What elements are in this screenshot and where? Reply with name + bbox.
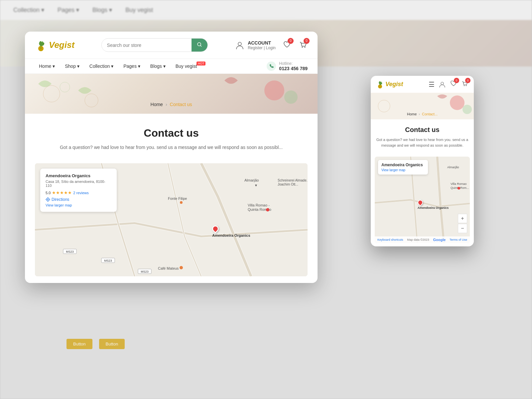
svg-text:Almarjão: Almarjão bbox=[447, 166, 459, 169]
map-container: MS23 MS23 MS23 Almarjão ▼ Fonte Filipe V… bbox=[35, 163, 308, 276]
pin-label: Amendoeira Organics bbox=[212, 233, 250, 237]
login-link[interactable]: Login bbox=[266, 46, 276, 50]
map-address: Casa 18, Sítio da amendoeira, 8100-110 bbox=[46, 180, 111, 188]
svg-point-7 bbox=[60, 82, 70, 92]
breadcrumb-separator: › bbox=[166, 102, 167, 107]
logo-icon bbox=[35, 39, 47, 51]
hot-badge: HOT bbox=[197, 62, 205, 66]
mobile-pin-dot bbox=[416, 199, 424, 206]
svg-point-2 bbox=[238, 42, 241, 46]
nav-item-home[interactable]: Home ▾ bbox=[35, 59, 59, 73]
search-button[interactable] bbox=[192, 39, 207, 52]
wishlist-icon-area[interactable]: 0 bbox=[282, 40, 292, 51]
mobile-map-controls: + − bbox=[458, 214, 467, 233]
account-icon bbox=[234, 40, 245, 51]
directions-label: Directions bbox=[52, 197, 69, 202]
mobile-account-icon[interactable] bbox=[439, 81, 446, 88]
bg-nav-collection: Collection ▾ bbox=[13, 6, 44, 14]
cart-badge: 0 bbox=[304, 38, 310, 44]
modal-header: Vegist ACCOUNT Register bbox=[25, 32, 318, 59]
header-right: ACCOUNT Register | Login 0 bbox=[234, 40, 308, 51]
modal-nav: Home ▾ Shop ▾ Collection ▾ Pages ▾ Blogs… bbox=[25, 59, 318, 74]
mobile-map-card: Amendoeira Organics View larger map bbox=[378, 160, 428, 175]
nav-item-buyvegist[interactable]: Buy vegist HOT bbox=[172, 59, 205, 73]
nav-item-pages[interactable]: Pages ▾ bbox=[119, 59, 144, 73]
nav-item-collection[interactable]: Collection ▾ bbox=[85, 59, 117, 73]
mobile-cart-area[interactable]: 0 bbox=[461, 80, 468, 89]
map-info-card: Amendoeira Organics Casa 18, Sítio da am… bbox=[40, 169, 117, 212]
svg-point-24 bbox=[266, 208, 269, 211]
svg-text:Café Mateus: Café Mateus bbox=[158, 266, 179, 270]
mobile-contact-content: Contact us Got a question? we had love t… bbox=[371, 119, 474, 153]
svg-point-35 bbox=[450, 95, 465, 110]
map-business-name: Amendoeira Organics bbox=[46, 173, 111, 178]
terms-of-use[interactable]: Terms of Use bbox=[450, 238, 467, 241]
svg-text:▼: ▼ bbox=[254, 184, 258, 187]
mobile-view-larger[interactable]: View larger map bbox=[381, 168, 425, 172]
logo-text: Vegist bbox=[49, 40, 74, 50]
svg-point-32 bbox=[466, 85, 466, 86]
mobile-breadcrumb-sep: › bbox=[419, 112, 420, 116]
hotline-label: Hotline: bbox=[279, 61, 308, 66]
logo[interactable]: Vegist bbox=[35, 39, 74, 51]
svg-point-31 bbox=[464, 85, 465, 86]
mobile-map-business: Amendoeira Organics bbox=[381, 163, 425, 167]
svg-point-4 bbox=[304, 47, 305, 48]
directions-button[interactable]: Directions bbox=[46, 197, 111, 202]
rating-score: 5.0 bbox=[46, 191, 51, 195]
contact-desc: Got a question? we had love to hear from… bbox=[55, 145, 288, 150]
contact-title: Contact us bbox=[35, 127, 308, 139]
keyboard-shortcuts[interactable]: Keyboard shortcuts bbox=[377, 238, 403, 241]
main-map-pin: Amendoeira Organics bbox=[212, 225, 250, 237]
register-link[interactable]: Register bbox=[248, 46, 263, 50]
account-text: ACCOUNT Register | Login bbox=[248, 40, 276, 50]
svg-text:Villa Romao: Villa Romao bbox=[451, 182, 466, 186]
wishlist-badge: 0 bbox=[288, 38, 294, 44]
bg-btn-1: Button bbox=[66, 339, 92, 349]
rating-stars: ★★★★★ bbox=[52, 190, 72, 195]
breadcrumb: Home › Contact us bbox=[151, 102, 192, 107]
nav-items: Home ▾ Shop ▾ Collection ▾ Pages ▾ Blogs… bbox=[35, 59, 205, 73]
mobile-menu-icon[interactable]: ☰ bbox=[429, 80, 435, 88]
svg-point-21 bbox=[180, 201, 183, 204]
account-area[interactable]: ACCOUNT Register | Login bbox=[234, 40, 276, 51]
svg-point-28 bbox=[180, 266, 183, 269]
mobile-breadcrumb-current: Contact... bbox=[422, 112, 438, 116]
cart-icon-area[interactable]: 0 bbox=[298, 40, 308, 51]
map-rating: 5.0 ★★★★★ 2 reviews bbox=[46, 190, 111, 195]
nav-item-blogs[interactable]: Blogs ▾ bbox=[146, 59, 170, 73]
mobile-map-container: Almarjão Villa Romao Quinta Rom... Amend… bbox=[375, 157, 470, 243]
mobile-wishlist-area[interactable]: 0 bbox=[450, 80, 457, 89]
bg-nav: Collection ▾ Pages ▾ Blogs ▾ Buy vegist bbox=[0, 0, 532, 20]
mobile-zoom-out[interactable]: − bbox=[458, 224, 467, 233]
nav-item-shop[interactable]: Shop ▾ bbox=[61, 59, 83, 73]
mobile-contact-desc: Got a question? we had love to hear from… bbox=[376, 137, 468, 148]
view-larger-link[interactable]: View larger map bbox=[46, 203, 111, 207]
mobile-contact-title: Contact us bbox=[376, 126, 468, 134]
hotline-area: Hotline: 0123 456 789 bbox=[266, 61, 308, 71]
hotline-text: Hotline: 0123 456 789 bbox=[279, 61, 308, 71]
mobile-wishlist-badge: 0 bbox=[454, 78, 459, 83]
svg-point-36 bbox=[463, 105, 472, 114]
directions-icon bbox=[46, 197, 50, 202]
contact-content: Contact us Got a question? we had love t… bbox=[25, 114, 318, 157]
modal-hero: Home › Contact us bbox=[25, 74, 318, 114]
breadcrumb-current: Contact us bbox=[170, 102, 192, 107]
mobile-breadcrumb: Home › Contact... bbox=[407, 112, 438, 116]
bg-buttons: Button Button bbox=[66, 339, 125, 349]
desktop-modal: Vegist ACCOUNT Register bbox=[25, 32, 318, 283]
mobile-logo[interactable]: Vegist bbox=[376, 80, 403, 88]
svg-point-9 bbox=[264, 80, 284, 100]
breadcrumb-home[interactable]: Home bbox=[151, 102, 163, 107]
search-bar[interactable] bbox=[101, 38, 208, 52]
svg-text:Fonte Filipe: Fonte Filipe bbox=[168, 197, 187, 200]
mobile-zoom-in[interactable]: + bbox=[458, 214, 467, 223]
review-count[interactable]: 2 reviews bbox=[73, 191, 88, 195]
mobile-breadcrumb-home[interactable]: Home bbox=[407, 112, 417, 116]
svg-point-30 bbox=[441, 82, 444, 85]
account-label: ACCOUNT bbox=[248, 40, 276, 46]
mobile-cart-badge: 0 bbox=[465, 78, 470, 83]
svg-text:Villa Romao -: Villa Romao - bbox=[248, 203, 270, 207]
svg-text:MS23: MS23 bbox=[66, 250, 74, 253]
search-input[interactable] bbox=[102, 39, 192, 51]
